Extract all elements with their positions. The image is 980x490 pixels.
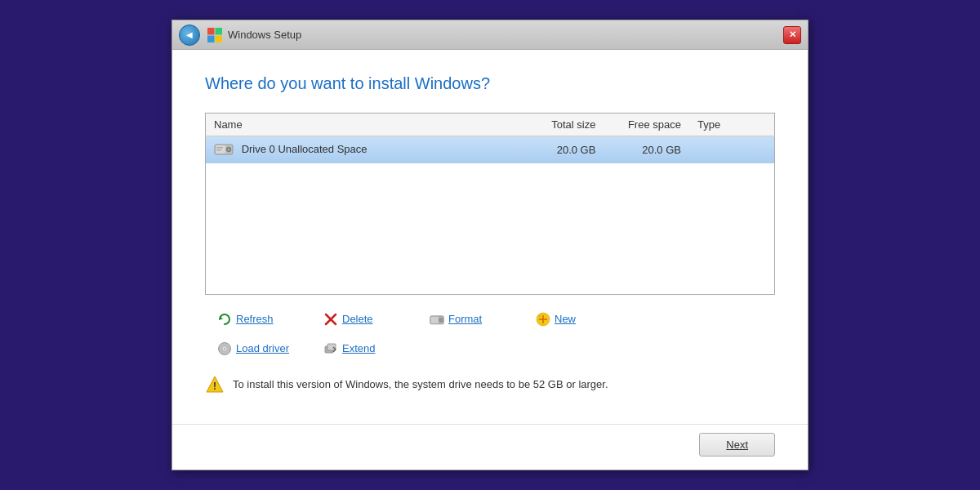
table-header-row: Name Total size Free space Type [206, 114, 775, 136]
next-label: Next [726, 439, 748, 451]
warning-row: ! To install this version of Windows, th… [205, 367, 775, 408]
drive-size-cell: 20.0 GB [519, 136, 604, 164]
svg-rect-1 [216, 28, 223, 35]
svg-point-7 [228, 149, 229, 150]
refresh-label: Refresh [236, 313, 274, 325]
footer: Next [172, 424, 808, 470]
col-header-name: Name [206, 114, 519, 136]
windows-setup-icon [207, 27, 223, 43]
table-row[interactable]: Drive 0 Unallocated Space 20.0 GB 20.0 G… [206, 136, 775, 164]
actions-row-2: Load driver Extend [205, 337, 775, 360]
refresh-button[interactable]: Refresh [205, 308, 311, 331]
drive-table: Name Total size Free space Type [205, 113, 775, 295]
svg-rect-8 [216, 147, 223, 149]
next-button[interactable]: Next [699, 433, 775, 457]
drive-type-cell [689, 136, 775, 164]
svg-rect-3 [216, 35, 223, 42]
load-driver-button[interactable]: Load driver [205, 337, 311, 360]
new-icon [535, 311, 551, 327]
format-icon [429, 311, 445, 327]
format-label: Format [448, 313, 482, 325]
empty-cell [206, 163, 775, 294]
title-bar: Windows Setup ✕ [172, 20, 808, 50]
page-title: Where do you want to install Windows? [205, 74, 775, 93]
svg-point-15 [439, 318, 443, 322]
svg-point-21 [224, 348, 225, 350]
drive-name: Drive 0 Unallocated Space [242, 143, 368, 155]
warning-icon: ! [205, 375, 225, 394]
new-button[interactable]: New [523, 308, 630, 331]
close-button[interactable]: ✕ [783, 26, 801, 44]
col-header-size: Total size [519, 114, 604, 136]
drive-free-cell: 20.0 GB [604, 136, 689, 164]
delete-label: Delete [342, 313, 373, 325]
delete-icon [323, 311, 339, 327]
svg-rect-23 [327, 344, 336, 350]
warning-text: To install this version of Windows, the … [233, 378, 608, 390]
new-label: New [555, 313, 576, 325]
content-area: Where do you want to install Windows? Na… [172, 50, 808, 424]
col-header-free: Free space [604, 114, 689, 136]
svg-text:!: ! [213, 381, 216, 392]
svg-rect-14 [431, 316, 439, 323]
extend-button[interactable]: Extend [311, 337, 417, 360]
svg-rect-2 [207, 35, 215, 42]
format-button[interactable]: Format [417, 308, 523, 331]
svg-rect-0 [207, 28, 215, 35]
back-button[interactable] [179, 24, 200, 46]
refresh-icon [216, 311, 233, 327]
extend-icon [323, 341, 339, 357]
drive-name-cell: Drive 0 Unallocated Space [206, 136, 519, 164]
load-driver-label: Load driver [236, 342, 289, 354]
extend-label: Extend [342, 342, 375, 354]
load-driver-icon [216, 341, 233, 357]
delete-button[interactable]: Delete [311, 308, 417, 331]
svg-rect-9 [216, 149, 221, 151]
window-title: Windows Setup [228, 29, 783, 41]
col-header-type: Type [689, 114, 775, 136]
setup-window: Windows Setup ✕ Where do you want to ins… [172, 20, 808, 470]
actions-row-1: Refresh Delete [205, 308, 775, 331]
drive-icon [214, 141, 234, 158]
empty-table-row [206, 163, 775, 294]
